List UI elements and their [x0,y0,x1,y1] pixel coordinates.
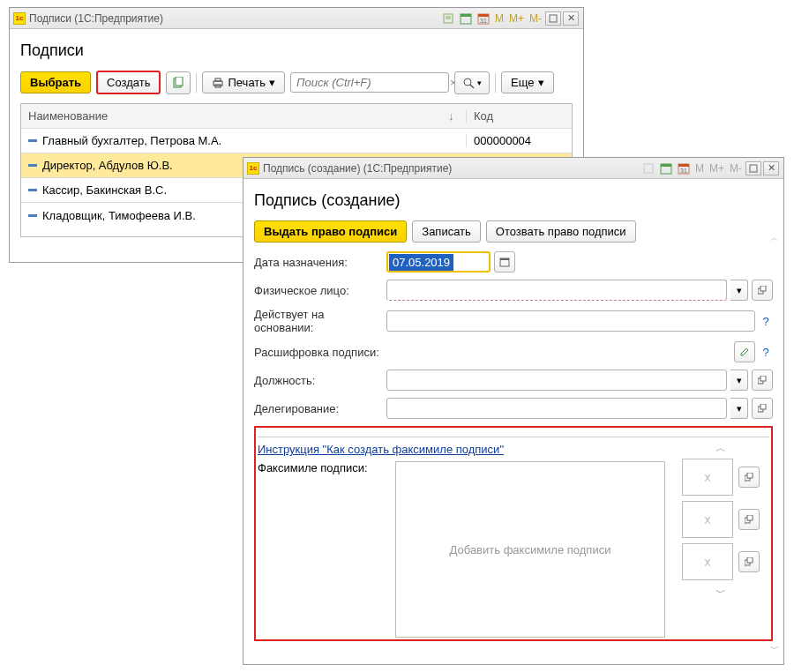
thumb-open-button[interactable] [738,509,760,530]
calendar-31-icon[interactable]: 31 [476,11,491,26]
table-row[interactable]: Главный бухгалтер, Петрова М.А. 00000000… [21,129,572,153]
delegation-dropdown-button[interactable]: ▾ [730,398,748,419]
col-name-header[interactable]: Наименование [21,109,448,123]
scrollbar[interactable]: ︿ ﹀ [768,232,782,655]
person-input[interactable] [386,280,727,301]
m-minus-icon[interactable]: M- [730,162,742,175]
save-button[interactable]: Записать [412,220,481,243]
thumb-open-button[interactable] [738,551,760,572]
find-button[interactable]: ▾ [454,71,490,94]
thumb-slot[interactable]: x [682,501,733,538]
basis-input[interactable] [386,310,755,332]
row-position: Должность: ▾ [254,370,773,391]
svg-rect-32 [747,473,753,478]
row-person: Физическое лицо: ▾ [254,280,773,301]
svg-rect-26 [760,286,766,291]
svg-rect-4 [461,14,471,17]
app-logo-icon: 1c [247,162,259,175]
row-mark-icon [28,164,37,167]
calendar-green-icon[interactable] [459,11,473,26]
scroll-up-icon[interactable]: ︿ [770,232,779,244]
row-mark-icon [28,214,37,217]
col-code-header[interactable]: Код [466,109,572,123]
delegation-label: Делегирование: [254,402,386,415]
svg-rect-16 [644,164,653,173]
row-mark-icon [28,189,37,191]
svg-point-14 [464,78,471,86]
scroll-down-icon[interactable]: ﹀ [770,643,779,655]
revoke-right-button[interactable]: Отозвать право подписи [486,220,636,243]
window-title: Подписи (1С:Предприятие) [29,12,163,25]
page-title: Подпись (создание) [254,191,773,210]
svg-rect-20 [678,164,689,167]
svg-rect-18 [661,164,671,167]
delegation-input[interactable] [386,398,727,419]
m-minus-icon[interactable]: M- [529,12,542,25]
more-button[interactable]: Еще ▾ [501,71,553,93]
date-value: 07.05.2019 [389,254,453,271]
thumb-slot[interactable]: x [682,543,733,580]
select-button[interactable]: Выбрать [20,71,91,93]
date-label: Дата назначения: [254,256,386,269]
svg-text:31: 31 [680,168,687,174]
svg-rect-30 [760,404,766,409]
person-dropdown-button[interactable]: ▾ [730,280,748,301]
close-button[interactable]: ✕ [563,11,579,26]
thumb-open-button[interactable] [738,467,760,488]
minimize-button[interactable] [545,11,561,26]
svg-rect-10 [176,77,183,86]
print-button[interactable]: Печать ▾ [202,71,285,93]
issue-right-button[interactable]: Выдать право подписи [254,220,407,243]
person-label: Физическое лицо: [254,284,386,297]
printer-icon [212,77,224,89]
svg-rect-8 [550,15,557,22]
row-delegation: Делегирование: ▾ [254,398,773,419]
copy-button[interactable] [166,71,191,94]
toolbar-1: Выбрать Создать Печать ▾ × ▾ Еще ▾ [20,71,573,94]
window-signature-create: 1c Подпись (создание) (1С:Предприятие) 3… [243,157,784,665]
search-input[interactable]: × [290,72,449,93]
print-preview-icon[interactable] [641,161,655,175]
facsimile-placeholder: Добавить факсимиле подписи [450,543,611,556]
row-decoding: Расшифровка подписи: ? [254,341,773,362]
svg-rect-34 [747,515,753,520]
row-mark-icon [28,139,37,142]
create-button[interactable]: Создать [96,71,161,94]
calendar-picker-button[interactable] [494,251,515,273]
instruction-link[interactable]: Инструкция "Как создать факсимиле подпис… [258,443,504,456]
facsimile-highlight-box: Инструкция "Как создать факсимиле подпис… [254,426,773,641]
sort-indicator-icon[interactable]: ↓ [448,109,466,123]
thumb-up-button[interactable]: ︿ [715,441,726,453]
chevron-down-icon: ▾ [538,76,544,89]
svg-rect-12 [215,78,221,81]
minimize-button[interactable] [745,161,761,175]
svg-rect-6 [478,14,489,17]
thumb-slot[interactable]: x [682,459,733,496]
m-memory-icon[interactable]: M [695,162,704,175]
calendar-green-icon[interactable] [659,161,673,175]
facsimile-label: Факсимиле подписи: [258,461,388,638]
toolbar-divider-2 [495,73,496,93]
m-memory-icon[interactable]: M [495,12,504,25]
calendar-31-icon[interactable]: 31 [677,161,691,175]
basis-label: Действует на основании: [254,308,386,334]
position-dropdown-button[interactable]: ▾ [730,370,748,391]
date-input[interactable]: 07.05.2019 [386,251,491,273]
facsimile-dropzone[interactable]: Добавить факсимиле подписи [395,461,665,638]
row-basis: Действует на основании: ? [254,308,773,334]
titlebar-2: 1c Подпись (создание) (1С:Предприятие) 3… [243,158,783,179]
table-header: Наименование ↓ Код [21,104,572,129]
page-title: Подписи [20,41,573,60]
toolbar-2: Выдать право подписи Записать Отозвать п… [254,220,773,243]
thumb-down-button[interactable]: ﹀ [715,586,726,598]
close-button[interactable]: ✕ [763,161,779,175]
window-title: Подпись (создание) (1С:Предприятие) [263,162,452,175]
chevron-down-icon: ▾ [477,78,482,87]
print-preview-icon[interactable] [441,11,455,26]
m-plus-icon[interactable]: M+ [709,162,724,175]
edit-decoding-button[interactable] [734,341,755,362]
m-plus-icon[interactable]: M+ [509,12,524,25]
svg-rect-22 [750,165,757,172]
position-input[interactable] [386,370,727,391]
app-logo-icon: 1c [13,12,26,25]
